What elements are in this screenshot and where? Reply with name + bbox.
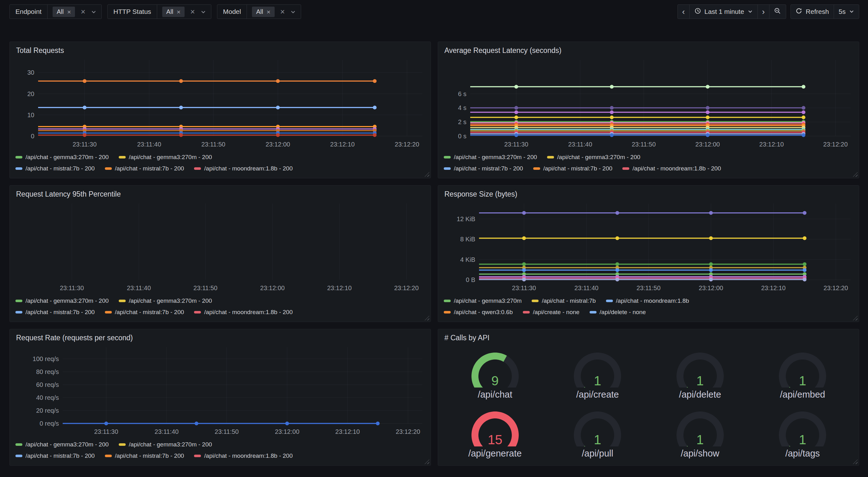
legend-item[interactable]: /api/chat - gemma3:270m - 200 bbox=[444, 154, 537, 161]
series-point bbox=[610, 110, 614, 114]
refresh-button[interactable]: Refresh bbox=[791, 5, 834, 19]
series-color-marker bbox=[16, 300, 22, 302]
legend-item[interactable]: /api/delete - none bbox=[590, 309, 646, 316]
series-point bbox=[709, 277, 713, 281]
close-icon[interactable]: × bbox=[190, 8, 195, 16]
time-series-chart[interactable]: 23:11:3023:11:4023:11:5023:12:0023:12:10… bbox=[444, 201, 854, 293]
time-series-chart[interactable]: 23:11:3023:11:4023:11:5023:12:0023:12:10… bbox=[16, 201, 426, 293]
panel-title[interactable]: Request Latency 95th Percentile bbox=[16, 190, 426, 199]
panel-title[interactable]: Request Rate (requests per second) bbox=[16, 334, 426, 342]
legend-item[interactable]: /api/chat - mistral:7b - 200 bbox=[105, 452, 184, 459]
series-point bbox=[615, 268, 619, 272]
time-series-chart[interactable]: 23:11:3023:11:4023:11:5023:12:0023:12:10… bbox=[16, 345, 426, 437]
panel-resize-handle[interactable] bbox=[425, 459, 429, 464]
time-range-picker[interactable]: Last 1 minute bbox=[689, 5, 757, 19]
chevron-down-icon[interactable] bbox=[290, 9, 296, 14]
time-shift-forward-button[interactable]: › bbox=[757, 5, 769, 19]
legend-item[interactable]: /api/chat - moondream:1.8b - 200 bbox=[194, 309, 292, 316]
legend-item[interactable]: /api/chat - gemma3:270m - 200 bbox=[119, 297, 212, 304]
legend-item[interactable]: /api/chat - gemma3:270m - 200 bbox=[16, 154, 108, 161]
legend-item[interactable]: /api/chat - qwen3:0.6b bbox=[444, 309, 513, 316]
legend-item-label: /api/chat - mistral:7b - 200 bbox=[454, 165, 523, 172]
time-shift-back-button[interactable]: ‹ bbox=[678, 5, 689, 19]
x-tick-label: 23:12:10 bbox=[760, 141, 784, 148]
close-icon[interactable]: × bbox=[81, 8, 85, 16]
legend-item[interactable]: /api/chat - gemma3:270m bbox=[444, 297, 522, 304]
legend-item[interactable]: /api/chat - mistral:7b - 200 bbox=[444, 165, 523, 172]
legend-item[interactable]: /api/chat - mistral:7b - 200 bbox=[16, 452, 95, 459]
filter-http-status-label: HTTP Status bbox=[108, 5, 157, 19]
chevron-down-icon[interactable] bbox=[91, 9, 96, 14]
clock-icon bbox=[694, 7, 701, 16]
time-controls: ‹ Last 1 minute › bbox=[678, 4, 859, 19]
legend-item[interactable]: /api/chat - mistral:7b - 200 bbox=[105, 165, 184, 172]
legend-item[interactable]: /api/chat - mistral:7b - 200 bbox=[16, 165, 95, 172]
legend-item[interactable]: /api/chat - gemma3:270m - 200 bbox=[16, 297, 108, 304]
time-series-chart[interactable]: 23:11:3023:11:4023:11:5023:12:0023:12:10… bbox=[444, 57, 854, 149]
panel-resize-handle[interactable] bbox=[425, 316, 429, 320]
series-point bbox=[803, 263, 807, 266]
legend-item-label: /api/chat - mistral:7b - 200 bbox=[26, 452, 95, 459]
legend-item-label: /api/chat - qwen3:0.6b bbox=[454, 309, 513, 316]
filter-endpoint-chip[interactable]: All × bbox=[53, 7, 75, 17]
x-tick-label: 23:11:30 bbox=[512, 285, 536, 292]
legend-item[interactable]: /api/chat - gemma3:270m - 200 bbox=[547, 154, 640, 161]
series-point bbox=[373, 79, 377, 83]
legend-item[interactable]: /api/chat - mistral:7b - 200 bbox=[533, 165, 613, 172]
filter-http-status-value[interactable]: All × × bbox=[157, 5, 211, 19]
panel-title[interactable]: Response Size (bytes) bbox=[444, 190, 854, 199]
close-icon[interactable]: × bbox=[267, 8, 270, 15]
x-tick-label: 23:11:30 bbox=[72, 141, 96, 148]
legend-item[interactable]: /api/chat - gemma3:270m - 200 bbox=[16, 441, 108, 448]
filter-model-value[interactable]: All × × bbox=[247, 5, 301, 19]
series-point bbox=[803, 268, 807, 272]
series-point bbox=[706, 85, 710, 89]
panel-title[interactable]: # Calls by API bbox=[444, 334, 854, 342]
series-point bbox=[803, 211, 807, 215]
panel-resize-handle[interactable] bbox=[853, 459, 858, 464]
gauge-value: 9 bbox=[457, 374, 533, 388]
panel-resize-handle[interactable] bbox=[425, 172, 429, 177]
y-tick-label: 0 req/s bbox=[40, 420, 59, 427]
series-point bbox=[514, 110, 518, 114]
legend-row: /api/chat - gemma3:270m/api/chat - mistr… bbox=[444, 297, 854, 304]
panel-resize-handle[interactable] bbox=[853, 172, 858, 177]
close-icon[interactable]: × bbox=[67, 8, 71, 15]
chart-legend: /api/chat - gemma3:270m - 200/api/chat -… bbox=[16, 297, 426, 316]
series-color-marker bbox=[532, 300, 538, 302]
legend-item[interactable]: /api/chat - mistral:7b bbox=[532, 297, 595, 304]
y-tick-label: 40 req/s bbox=[36, 394, 59, 401]
x-tick-label: 23:12:10 bbox=[761, 285, 786, 292]
series-point bbox=[802, 133, 805, 137]
close-icon[interactable]: × bbox=[280, 8, 285, 16]
panel-title[interactable]: Total Requests bbox=[16, 46, 426, 55]
filter-http-status-chip[interactable]: All × bbox=[162, 7, 185, 17]
zoom-out-button[interactable] bbox=[769, 5, 786, 19]
legend-item[interactable]: /api/chat - mistral:7b - 200 bbox=[105, 309, 184, 316]
refresh-interval-dropdown[interactable]: 5s bbox=[834, 5, 859, 19]
time-series-chart[interactable]: 23:11:3023:11:4023:11:5023:12:0023:12:10… bbox=[16, 57, 426, 149]
legend-item[interactable]: /api/chat - moondream:1.8b - 200 bbox=[622, 165, 721, 172]
series-point bbox=[285, 422, 289, 425]
series-point bbox=[83, 133, 87, 137]
series-point bbox=[610, 116, 614, 119]
legend-item[interactable]: /api/chat - mistral:7b - 200 bbox=[16, 309, 95, 316]
panel-title[interactable]: Average Request Latency (seconds) bbox=[444, 46, 854, 55]
panel-request-rate: Request Rate (requests per second) 23:11… bbox=[9, 329, 431, 466]
legend-item-label: /api/chat - gemma3:270m - 200 bbox=[26, 154, 108, 161]
series-point bbox=[802, 116, 805, 119]
series-point bbox=[706, 116, 710, 119]
filter-model-chip[interactable]: All × bbox=[252, 7, 275, 17]
chevron-down-icon[interactable] bbox=[200, 9, 206, 14]
legend-item[interactable]: /api/chat - gemma3:270m - 200 bbox=[119, 154, 212, 161]
close-icon[interactable]: × bbox=[177, 8, 181, 15]
panel-resize-handle[interactable] bbox=[853, 316, 858, 320]
legend-item[interactable]: /api/chat - moondream:1.8b - 200 bbox=[194, 452, 292, 459]
legend-item[interactable]: /api/chat - moondream:1.8b - 200 bbox=[194, 165, 292, 172]
series-color-marker bbox=[622, 167, 629, 170]
legend-item-label: /api/chat - mistral:7b bbox=[542, 297, 595, 304]
filter-endpoint-value[interactable]: All × × bbox=[48, 5, 101, 19]
legend-item[interactable]: /api/create - none bbox=[523, 309, 580, 316]
legend-item[interactable]: /api/chat - gemma3:270m - 200 bbox=[119, 441, 212, 448]
legend-item[interactable]: /api/chat - moondream:1.8b bbox=[606, 297, 689, 304]
